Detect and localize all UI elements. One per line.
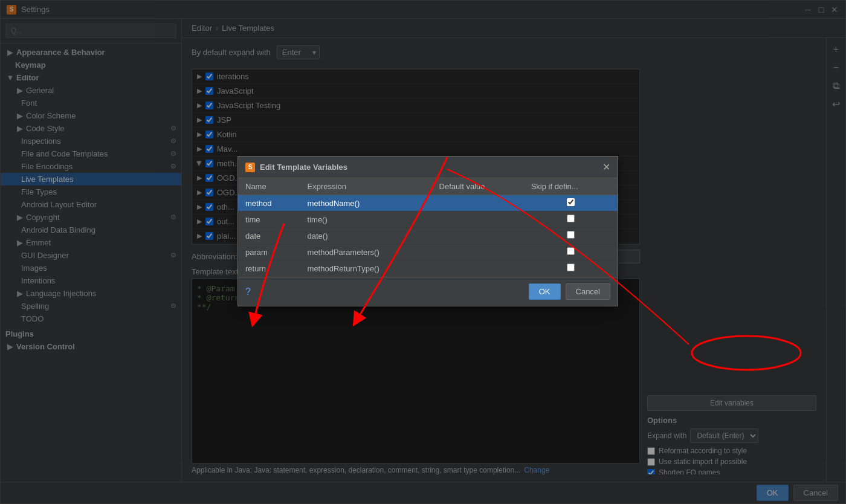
row-skip bbox=[524, 195, 618, 212]
edit-template-variables-dialog: S Edit Template Variables ✕ Name Express… bbox=[237, 156, 618, 306]
table-row[interactable]: date date() bbox=[238, 228, 618, 244]
row-name: method bbox=[238, 195, 300, 212]
row-name: return bbox=[238, 260, 300, 277]
modal-table-container: Name Expression Default value Skip if de… bbox=[238, 178, 618, 277]
row-skip bbox=[524, 212, 618, 228]
modal-icon: S bbox=[245, 163, 255, 172]
table-row[interactable]: param methodParameters() bbox=[238, 244, 618, 260]
row-default bbox=[432, 244, 524, 260]
row-default bbox=[432, 228, 524, 244]
table-row[interactable]: return methodReturnType() bbox=[238, 260, 618, 277]
row-default bbox=[432, 260, 524, 277]
skip-checkbox[interactable] bbox=[567, 215, 575, 222]
row-skip bbox=[524, 260, 618, 277]
col-default: Default value bbox=[432, 178, 524, 195]
modal-overlay: S Edit Template Variables ✕ Name Express… bbox=[0, 0, 846, 504]
modal-table: Name Expression Default value Skip if de… bbox=[238, 178, 618, 277]
modal-footer: ? OK Cancel bbox=[238, 277, 618, 306]
modal-body: Name Expression Default value Skip if de… bbox=[238, 178, 618, 306]
modal-title: Edit Template Variables bbox=[260, 163, 598, 172]
row-default bbox=[432, 195, 524, 212]
row-expression: date() bbox=[300, 228, 432, 244]
modal-ok-button[interactable]: OK bbox=[529, 283, 561, 300]
col-name: Name bbox=[238, 178, 300, 195]
row-name: param bbox=[238, 244, 300, 260]
modal-title-bar: S Edit Template Variables ✕ bbox=[238, 157, 618, 178]
row-skip bbox=[524, 244, 618, 260]
row-expression: time() bbox=[300, 212, 432, 228]
row-default bbox=[432, 212, 524, 228]
skip-checkbox[interactable] bbox=[567, 198, 575, 206]
col-expression: Expression bbox=[300, 178, 432, 195]
help-icon[interactable]: ? bbox=[245, 286, 251, 297]
row-name: time bbox=[238, 212, 300, 228]
col-skip: Skip if defin... bbox=[524, 178, 618, 195]
table-row[interactable]: time time() bbox=[238, 212, 618, 228]
row-name: date bbox=[238, 228, 300, 244]
modal-close-button[interactable]: ✕ bbox=[602, 161, 610, 173]
modal-cancel-button[interactable]: Cancel bbox=[566, 283, 610, 300]
row-skip bbox=[524, 228, 618, 244]
skip-checkbox[interactable] bbox=[567, 247, 575, 255]
table-row[interactable]: method methodName() bbox=[238, 195, 618, 212]
row-expression: methodParameters() bbox=[300, 244, 432, 260]
row-expression: methodName() bbox=[300, 195, 432, 212]
skip-checkbox[interactable] bbox=[567, 231, 575, 239]
table-header-row: Name Expression Default value Skip if de… bbox=[238, 178, 618, 195]
skip-checkbox[interactable] bbox=[567, 263, 575, 271]
row-expression: methodReturnType() bbox=[300, 260, 432, 277]
